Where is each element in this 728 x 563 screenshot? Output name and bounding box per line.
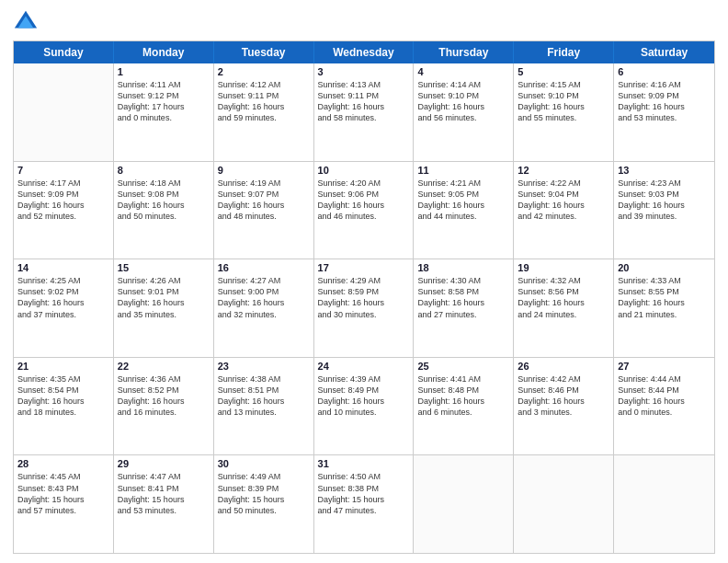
cell-info: Sunrise: 4:42 AM Sunset: 8:46 PM Dayligh… [518, 373, 609, 419]
calendar-cell-empty [614, 455, 714, 553]
day-number: 8 [118, 165, 210, 176]
logo [13, 9, 42, 35]
day-number: 20 [618, 262, 711, 273]
day-header-tuesday: Tuesday [214, 41, 314, 63]
day-number: 3 [318, 66, 410, 77]
day-number: 15 [118, 262, 210, 273]
calendar-cell-22: 22Sunrise: 4:36 AM Sunset: 8:52 PM Dayli… [114, 358, 214, 455]
cell-info: Sunrise: 4:50 AM Sunset: 8:38 PM Dayligh… [318, 471, 410, 516]
cell-info: Sunrise: 4:39 AM Sunset: 8:49 PM Dayligh… [318, 373, 410, 419]
day-number: 1 [118, 66, 210, 77]
day-number: 31 [318, 458, 410, 469]
calendar-body: 1Sunrise: 4:11 AM Sunset: 9:12 PM Daylig… [14, 63, 714, 553]
calendar-cell-23: 23Sunrise: 4:38 AM Sunset: 8:51 PM Dayli… [214, 358, 314, 455]
cell-info: Sunrise: 4:22 AM Sunset: 9:04 PM Dayligh… [518, 178, 609, 223]
day-header-monday: Monday [114, 41, 214, 63]
calendar-cell-empty [14, 63, 114, 161]
cell-info: Sunrise: 4:45 AM Sunset: 8:43 PM Dayligh… [17, 471, 109, 516]
cell-info: Sunrise: 4:19 AM Sunset: 9:07 PM Dayligh… [218, 178, 310, 223]
cell-info: Sunrise: 4:32 AM Sunset: 8:56 PM Dayligh… [518, 275, 609, 320]
calendar-row-3: 14Sunrise: 4:25 AM Sunset: 9:02 PM Dayli… [14, 259, 714, 357]
cell-info: Sunrise: 4:17 AM Sunset: 9:09 PM Dayligh… [17, 178, 109, 223]
day-number: 25 [417, 361, 509, 372]
day-number: 30 [218, 458, 310, 469]
day-number: 9 [218, 165, 310, 176]
day-header-sunday: Sunday [14, 41, 114, 63]
calendar-cell-11: 11Sunrise: 4:21 AM Sunset: 9:05 PM Dayli… [414, 162, 514, 259]
cell-info: Sunrise: 4:33 AM Sunset: 8:55 PM Dayligh… [618, 275, 711, 320]
cell-info: Sunrise: 4:35 AM Sunset: 8:54 PM Dayligh… [17, 373, 109, 419]
calendar-cell-3: 3Sunrise: 4:13 AM Sunset: 9:11 PM Daylig… [314, 63, 415, 161]
calendar-cell-25: 25Sunrise: 4:41 AM Sunset: 8:48 PM Dayli… [414, 358, 514, 455]
day-number: 28 [17, 458, 109, 469]
logo-icon [13, 9, 39, 35]
day-number: 21 [17, 361, 109, 372]
cell-info: Sunrise: 4:12 AM Sunset: 9:11 PM Dayligh… [218, 79, 310, 124]
calendar-row-4: 21Sunrise: 4:35 AM Sunset: 8:54 PM Dayli… [14, 357, 714, 455]
day-number: 27 [618, 361, 711, 372]
calendar-row-2: 7Sunrise: 4:17 AM Sunset: 9:09 PM Daylig… [14, 161, 714, 259]
day-number: 17 [318, 262, 410, 273]
cell-info: Sunrise: 4:13 AM Sunset: 9:11 PM Dayligh… [318, 79, 410, 124]
calendar-cell-10: 10Sunrise: 4:20 AM Sunset: 9:06 PM Dayli… [314, 162, 415, 259]
calendar-cell-13: 13Sunrise: 4:23 AM Sunset: 9:03 PM Dayli… [614, 162, 714, 259]
calendar-cell-27: 27Sunrise: 4:44 AM Sunset: 8:44 PM Dayli… [614, 358, 714, 455]
day-number: 19 [518, 262, 609, 273]
calendar-cell-28: 28Sunrise: 4:45 AM Sunset: 8:43 PM Dayli… [14, 455, 114, 553]
calendar-cell-19: 19Sunrise: 4:32 AM Sunset: 8:56 PM Dayli… [514, 259, 614, 357]
cell-info: Sunrise: 4:38 AM Sunset: 8:51 PM Dayligh… [218, 373, 310, 419]
day-number: 4 [417, 66, 509, 77]
day-header-saturday: Saturday [614, 41, 714, 63]
day-number: 18 [417, 262, 509, 273]
day-header-thursday: Thursday [414, 41, 514, 63]
cell-info: Sunrise: 4:14 AM Sunset: 9:10 PM Dayligh… [417, 79, 509, 124]
calendar-cell-4: 4Sunrise: 4:14 AM Sunset: 9:10 PM Daylig… [414, 63, 514, 161]
day-number: 12 [518, 165, 609, 176]
cell-info: Sunrise: 4:49 AM Sunset: 8:39 PM Dayligh… [218, 471, 310, 516]
cell-info: Sunrise: 4:11 AM Sunset: 9:12 PM Dayligh… [118, 79, 210, 124]
cell-info: Sunrise: 4:21 AM Sunset: 9:05 PM Dayligh… [417, 178, 509, 223]
calendar-cell-31: 31Sunrise: 4:50 AM Sunset: 8:38 PM Dayli… [314, 455, 415, 553]
calendar-cell-8: 8Sunrise: 4:18 AM Sunset: 9:08 PM Daylig… [114, 162, 214, 259]
page-header [13, 9, 715, 35]
day-number: 13 [618, 165, 711, 176]
cell-info: Sunrise: 4:25 AM Sunset: 9:02 PM Dayligh… [17, 275, 109, 320]
cell-info: Sunrise: 4:18 AM Sunset: 9:08 PM Dayligh… [118, 178, 210, 223]
calendar-cell-18: 18Sunrise: 4:30 AM Sunset: 8:58 PM Dayli… [414, 259, 514, 357]
calendar-cell-14: 14Sunrise: 4:25 AM Sunset: 9:02 PM Dayli… [14, 259, 114, 357]
cell-info: Sunrise: 4:15 AM Sunset: 9:10 PM Dayligh… [518, 79, 609, 124]
calendar-cell-15: 15Sunrise: 4:26 AM Sunset: 9:01 PM Dayli… [114, 259, 214, 357]
calendar-cell-1: 1Sunrise: 4:11 AM Sunset: 9:12 PM Daylig… [114, 63, 214, 161]
calendar-cell-5: 5Sunrise: 4:15 AM Sunset: 9:10 PM Daylig… [514, 63, 614, 161]
calendar-cell-empty [514, 455, 614, 553]
day-number: 29 [118, 458, 210, 469]
day-number: 14 [17, 262, 109, 273]
day-header-wednesday: Wednesday [314, 41, 415, 63]
day-number: 22 [118, 361, 210, 372]
day-number: 16 [218, 262, 310, 273]
cell-info: Sunrise: 4:47 AM Sunset: 8:41 PM Dayligh… [118, 471, 210, 516]
calendar-cell-21: 21Sunrise: 4:35 AM Sunset: 8:54 PM Dayli… [14, 358, 114, 455]
cell-info: Sunrise: 4:16 AM Sunset: 9:09 PM Dayligh… [618, 79, 711, 124]
calendar-cell-empty [414, 455, 514, 553]
calendar-cell-26: 26Sunrise: 4:42 AM Sunset: 8:46 PM Dayli… [514, 358, 614, 455]
calendar-header: SundayMondayTuesdayWednesdayThursdayFrid… [14, 41, 714, 63]
calendar-cell-2: 2Sunrise: 4:12 AM Sunset: 9:11 PM Daylig… [214, 63, 314, 161]
calendar-cell-30: 30Sunrise: 4:49 AM Sunset: 8:39 PM Dayli… [214, 455, 314, 553]
calendar-cell-29: 29Sunrise: 4:47 AM Sunset: 8:41 PM Dayli… [114, 455, 214, 553]
cell-info: Sunrise: 4:26 AM Sunset: 9:01 PM Dayligh… [118, 275, 210, 320]
calendar-cell-24: 24Sunrise: 4:39 AM Sunset: 8:49 PM Dayli… [314, 358, 415, 455]
day-number: 10 [318, 165, 410, 176]
cell-info: Sunrise: 4:27 AM Sunset: 9:00 PM Dayligh… [218, 275, 310, 320]
cell-info: Sunrise: 4:41 AM Sunset: 8:48 PM Dayligh… [417, 373, 509, 419]
day-number: 11 [417, 165, 509, 176]
cell-info: Sunrise: 4:30 AM Sunset: 8:58 PM Dayligh… [417, 275, 509, 320]
day-number: 26 [518, 361, 609, 372]
calendar-row-1: 1Sunrise: 4:11 AM Sunset: 9:12 PM Daylig… [14, 63, 714, 161]
day-number: 6 [618, 66, 711, 77]
cell-info: Sunrise: 4:20 AM Sunset: 9:06 PM Dayligh… [318, 178, 410, 223]
calendar: SundayMondayTuesdayWednesdayThursdayFrid… [13, 40, 715, 554]
calendar-cell-16: 16Sunrise: 4:27 AM Sunset: 9:00 PM Dayli… [214, 259, 314, 357]
day-number: 24 [318, 361, 410, 372]
day-number: 7 [17, 165, 109, 176]
